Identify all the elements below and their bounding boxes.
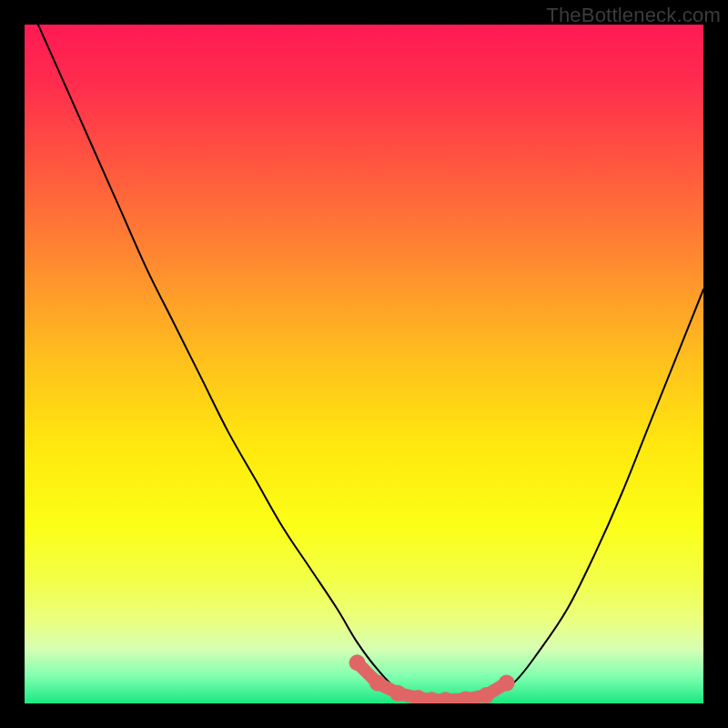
highlight-dot [349, 654, 366, 671]
highlight-dot [369, 675, 386, 692]
chart-plot [25, 25, 703, 703]
highlight-dot [478, 687, 494, 703]
highlight-dot [499, 675, 515, 692]
highlight-dot [389, 685, 406, 702]
gradient-background [25, 25, 703, 703]
chart-stage: TheBottleneck.com [0, 0, 728, 728]
